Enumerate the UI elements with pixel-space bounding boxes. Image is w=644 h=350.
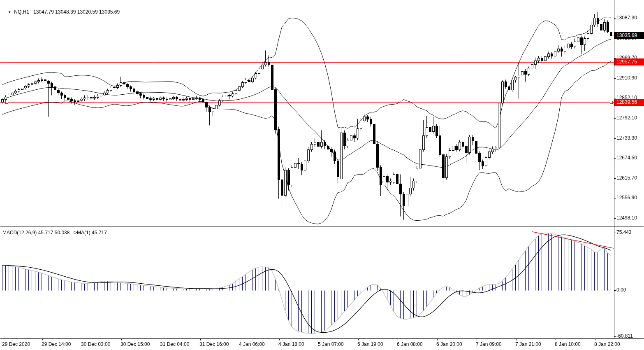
symbol-period-label: NQ,H1 bbox=[14, 9, 29, 15]
chart-marker-icon: ▼ bbox=[8, 10, 11, 14]
chart-title: ▼NQ,H113047.79 13048.39 13020.59 13035.6… bbox=[2, 3, 120, 21]
time-axis-label: 29 Dec 2020 bbox=[2, 341, 30, 347]
price-axis-label: 12733.30 bbox=[616, 135, 637, 141]
time-axis-label: 5 Jan 19:00 bbox=[357, 341, 383, 347]
price-axis-label: 12910.90 bbox=[616, 75, 637, 81]
hline-badge-lower: 12839.56 bbox=[614, 99, 644, 106]
time-axis-label: 8 Jan 10:00 bbox=[555, 341, 581, 347]
ohlc-values: 13047.79 13048.39 13020.59 13035.69 bbox=[33, 9, 120, 15]
price-axis-label: 12674.50 bbox=[616, 155, 637, 161]
time-axis-label: 6 Jan 20:00 bbox=[436, 341, 462, 347]
indicator-axis-label: -60.811 bbox=[616, 333, 633, 339]
time-axis-label: 31 Dec 04:00 bbox=[160, 341, 189, 347]
time-axis-label: 29 Dec 14:00 bbox=[42, 341, 71, 347]
time-axis-label: 30 Dec 15:00 bbox=[120, 341, 150, 347]
price-axis-label: 12615.70 bbox=[616, 175, 637, 181]
indicator-axis-label: 0.00 bbox=[616, 287, 626, 293]
time-axis-label: 6 Jan 08:00 bbox=[397, 341, 423, 347]
trading-chart-window: ▼NQ,H113047.79 13048.39 13020.59 13035.6… bbox=[0, 0, 644, 350]
time-axis-label: 4 Jan 18:00 bbox=[278, 341, 304, 347]
indicator-label: MACD(12,26,9) 45.717 50.038 ->MA(1) 45.7… bbox=[2, 230, 107, 236]
time-axis-label: 7 Jan 21:00 bbox=[515, 341, 541, 347]
price-axis-label: 12498.10 bbox=[616, 215, 637, 221]
time-axis-label: 4 Jan 06:00 bbox=[239, 341, 265, 347]
price-axis-label: 12556.90 bbox=[616, 195, 637, 201]
time-axis-label: 5 Jan 07:00 bbox=[318, 341, 344, 347]
current-price-badge: 13035.69 bbox=[614, 32, 644, 39]
indicator-axis-label: 75.443 bbox=[616, 229, 632, 235]
price-axis-label: 12792.10 bbox=[616, 115, 637, 121]
time-axis-label: 31 Dec 16:00 bbox=[199, 341, 229, 347]
price-axis-label: 13087.30 bbox=[616, 15, 637, 21]
hline-badge-upper: 12957.75 bbox=[614, 58, 644, 65]
time-axis-label: 7 Jan 09:00 bbox=[476, 341, 502, 347]
time-axis-label: 8 Jan 22:00 bbox=[594, 341, 620, 347]
time-axis-label: 30 Dec 03:00 bbox=[81, 341, 110, 347]
chart-canvas[interactable] bbox=[0, 0, 644, 350]
